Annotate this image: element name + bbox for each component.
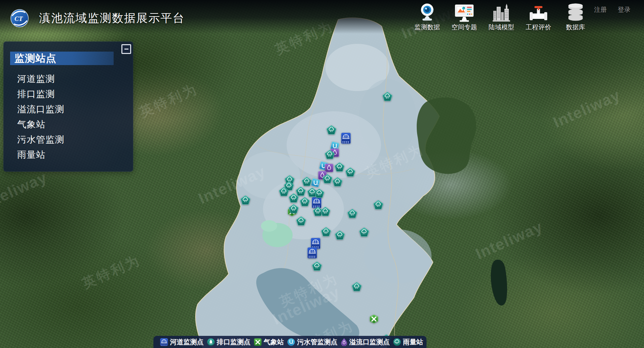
panel-menu-item[interactable]: 排口监测 — [17, 87, 133, 102]
minus-icon — [124, 49, 128, 50]
webcam-icon — [418, 3, 436, 22]
rain-gauge-marker-icon — [373, 200, 383, 209]
river-legend-icon — [160, 338, 168, 346]
rain-gauge-marker-icon — [332, 177, 343, 186]
rain-gauge-marker[interactable] — [332, 177, 343, 186]
legend-label: 排口监测点 — [217, 338, 251, 347]
rain-gauge-marker[interactable] — [289, 204, 299, 213]
nav-monitor-data[interactable]: 监测数据 — [409, 1, 446, 32]
monitoring-stations-panel: 监测站点 河道监测排口监测溢流口监测气象站污水管监测雨量站 — [3, 41, 133, 172]
rain-gauge-marker[interactable] — [314, 188, 324, 198]
nav-label: 数据库 — [566, 23, 585, 32]
city-buildings-icon — [492, 3, 510, 22]
rain-gauge-marker-icon — [300, 197, 310, 206]
rain-gauge-marker[interactable] — [302, 177, 312, 186]
nav-spatial-theme[interactable]: 空间专题 — [446, 1, 483, 32]
rain-gauge-marker[interactable] — [334, 162, 345, 172]
rain-gauge-marker-icon — [382, 92, 392, 101]
register-link[interactable]: 注册 — [594, 5, 607, 14]
rain-gauge-marker-icon — [321, 227, 331, 236]
rain-gauge-marker-icon — [240, 195, 251, 205]
panel-menu: 河道监测排口监测溢流口监测气象站污水管监测雨量站 — [4, 71, 133, 163]
panel-title: 监测站点 — [10, 52, 114, 65]
rain-gauge-marker-icon — [326, 125, 336, 135]
map-legend: 河道监测点 排口监测点 气象站 污水管监测点 溢流口监测点 雨量站 — [153, 336, 427, 348]
outfall-legend-icon — [207, 338, 215, 346]
panel-menu-item[interactable]: 溢流口监测 — [17, 102, 133, 117]
rain-gauge-marker-icon — [335, 230, 345, 240]
legend-item-sewage: 污水管监测点 — [287, 338, 338, 347]
nav-label: 陆域模型 — [489, 23, 514, 32]
rain-gauge-marker[interactable] — [345, 167, 355, 177]
rain-gauge-marker[interactable] — [335, 230, 345, 240]
legend-item-rain: 雨量站 — [393, 338, 423, 347]
monitor-chart-icon — [455, 4, 474, 22]
rain-gauge-marker[interactable] — [359, 227, 369, 237]
rain-gauge-marker[interactable] — [325, 150, 335, 159]
rain-gauge-marker-icon — [334, 162, 345, 172]
weather-station-marker[interactable] — [370, 315, 379, 324]
nav-land-model[interactable]: 陆域模型 — [483, 1, 520, 32]
sewage-legend-icon — [287, 338, 295, 346]
nav-project-eval[interactable]: 工程评价 — [520, 1, 557, 32]
rain-gauge-marker[interactable] — [279, 187, 289, 196]
svg-text:CT: CT — [14, 15, 23, 22]
rain-gauge-marker-icon — [312, 261, 322, 271]
rain-gauge-marker[interactable] — [296, 216, 306, 226]
panel-menu-item[interactable]: 雨量站 — [17, 147, 133, 163]
weather-station-marker-icon — [370, 315, 379, 324]
rain-gauge-marker[interactable] — [322, 174, 332, 183]
legend-item-overflow: 溢流口监测点 — [341, 338, 390, 347]
nav-label: 空间专题 — [451, 23, 477, 32]
rain-gauge-marker-icon — [314, 188, 324, 198]
rain-gauge-marker[interactable] — [382, 92, 392, 101]
rain-gauge-marker[interactable] — [312, 261, 322, 271]
rain-gauge-marker-icon — [322, 174, 332, 183]
panel-menu-item[interactable]: 河道监测 — [17, 71, 133, 87]
rain-gauge-marker[interactable] — [326, 125, 336, 135]
rain-gauge-marker-icon — [279, 187, 289, 196]
rain-gauge-marker-icon — [345, 167, 355, 177]
river-monitor-marker-icon — [308, 248, 317, 259]
rain-gauge-marker[interactable] — [373, 200, 383, 209]
auth-links: 注册 登录 — [594, 5, 631, 14]
nav-label: 工程评价 — [526, 23, 551, 32]
rain-gauge-marker-icon — [302, 177, 312, 186]
legend-label: 污水管监测点 — [297, 338, 338, 347]
platform-logo-icon: CT — [10, 9, 29, 28]
rain-gauge-marker-icon — [359, 227, 369, 237]
river-monitor-marker[interactable] — [308, 248, 317, 259]
rain-gauge-marker-icon — [325, 150, 335, 159]
rain-gauge-marker[interactable] — [289, 193, 299, 203]
river-monitor-marker-icon — [341, 133, 351, 144]
collapse-panel-button[interactable] — [121, 44, 131, 54]
rain-gauge-marker[interactable] — [347, 209, 357, 218]
nav-label: 监测数据 — [414, 23, 440, 32]
rain-gauge-marker-icon — [289, 193, 299, 203]
top-header: CT 滇池流域监测数据展示平台 监测数据 空间专题 陆域模型 — [0, 0, 644, 34]
database-icon — [567, 3, 584, 22]
legend-item-weather: 气象站 — [254, 338, 284, 347]
rain-gauge-marker-icon — [296, 216, 306, 226]
overflow-legend-icon — [341, 338, 347, 346]
river-monitor-marker[interactable] — [341, 133, 351, 144]
rain-gauge-marker[interactable] — [321, 227, 331, 236]
rain-gauge-marker[interactable] — [240, 195, 251, 205]
legend-label: 雨量站 — [403, 338, 423, 347]
main-nav: 监测数据 空间专题 陆域模型 工程评价 数据库 — [409, 1, 594, 32]
legend-item-outfall: 排口监测点 — [207, 338, 251, 347]
rain-gauge-marker-icon — [289, 204, 299, 213]
rain-legend-icon — [393, 338, 401, 346]
panel-menu-item[interactable]: 污水管监测 — [17, 132, 133, 147]
rain-gauge-marker[interactable] — [300, 197, 310, 206]
pipe-valve-icon — [530, 3, 547, 22]
login-link[interactable]: 登录 — [618, 5, 631, 14]
legend-label: 河道监测点 — [170, 338, 204, 347]
nav-database[interactable]: 数据库 — [557, 1, 594, 32]
rain-gauge-marker[interactable] — [320, 207, 330, 216]
weather-legend-icon — [254, 338, 262, 346]
rain-gauge-marker[interactable] — [352, 282, 362, 291]
rain-gauge-marker-icon — [352, 282, 362, 291]
brand: CT 滇池流域监测数据展示平台 — [10, 9, 185, 28]
panel-menu-item[interactable]: 气象站 — [17, 117, 133, 132]
